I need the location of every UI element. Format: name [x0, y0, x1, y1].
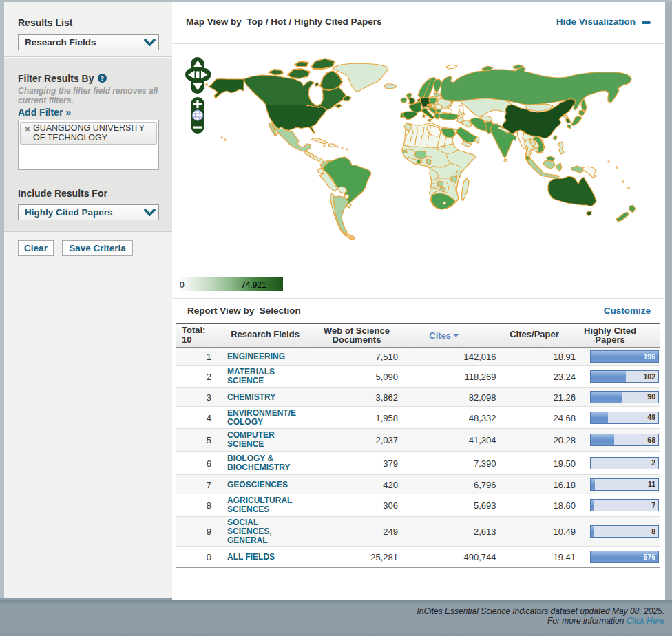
svg-text:0: 0: [180, 280, 185, 290]
svg-text:74,921: 74,921: [241, 280, 266, 290]
